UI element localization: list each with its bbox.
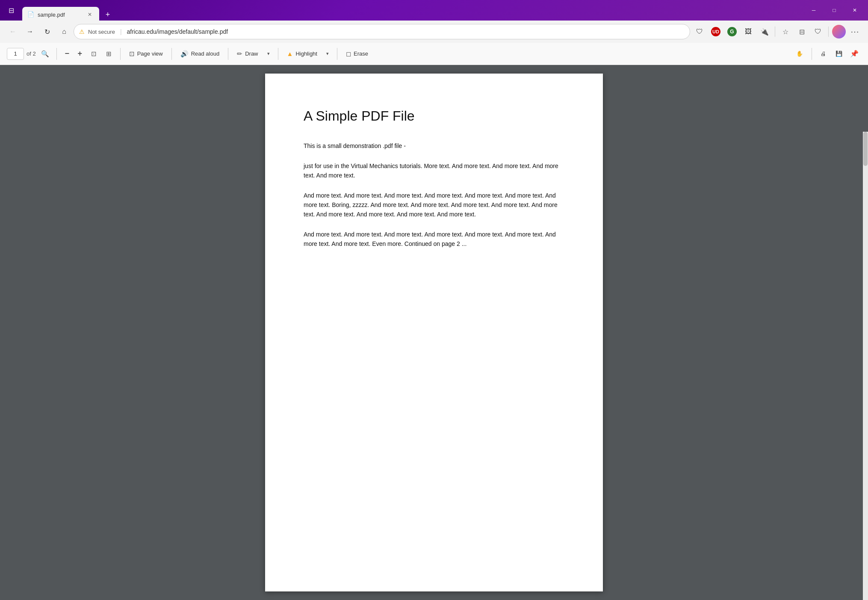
pdf-paragraph-4: And more text. And more text. And more t…	[304, 230, 564, 249]
extension-photo-button[interactable]: 🖼	[741, 24, 756, 39]
pdf-paragraph-2: just for use in the Virtual Mechanics tu…	[304, 161, 564, 180]
more-button[interactable]: ⋯	[847, 24, 863, 39]
highlight-button[interactable]: ▲ Highlight	[283, 47, 322, 61]
fit-page-button[interactable]: ⊡	[87, 47, 101, 61]
tab-favicon-icon: 📄	[27, 11, 34, 18]
collections-icon: ⊟	[799, 28, 805, 36]
erase-button[interactable]: ◻ Erase	[342, 47, 372, 61]
favorites-icon: ☆	[782, 28, 788, 36]
url-text: africau.edu/images/default/sample.pdf	[127, 28, 685, 35]
page-view-button[interactable]: ⊡ Page view	[125, 47, 167, 61]
refresh-button[interactable]: ↻	[39, 24, 55, 39]
fit-page-icon: ⊡	[91, 50, 97, 58]
toolbar-divider-6	[337, 48, 337, 60]
read-aloud-label: Read aloud	[191, 50, 220, 57]
home-button[interactable]: ⌂	[56, 24, 72, 39]
scrollbar[interactable]	[863, 132, 868, 600]
toolbar-divider-1	[56, 48, 57, 60]
address-bar[interactable]: ⚠ Not secure | africau.edu/images/defaul…	[74, 24, 690, 39]
draw-dropdown-icon: ▾	[267, 51, 270, 56]
pdf-page: A Simple PDF File This is a small demons…	[265, 74, 603, 591]
profile-button[interactable]	[831, 24, 847, 39]
extension-plugin-button[interactable]: 🔌	[757, 24, 772, 39]
fit-width-button[interactable]: ⊞	[102, 47, 116, 61]
zoom-out-button[interactable]: −	[61, 48, 73, 60]
draw-icon: ✏	[237, 50, 242, 58]
toolbar-divider-3	[171, 48, 172, 60]
back-button[interactable]: ←	[5, 24, 21, 39]
tracking-prevention-button[interactable]: 🛡	[692, 24, 707, 39]
favorites-button[interactable]: ☆	[778, 24, 793, 39]
read-aloud-icon: 🔊	[180, 50, 189, 58]
zoom-in-button[interactable]: +	[74, 48, 86, 60]
navbar: ← → ↻ ⌂ ⚠ Not secure | africau.edu/image…	[0, 21, 868, 43]
page-view-label: Page view	[137, 50, 163, 57]
touch-icon: ✋	[796, 50, 803, 57]
pdf-page-title: A Simple PDF File	[304, 108, 564, 124]
extension-photo-icon: 🖼	[745, 28, 752, 35]
save-icon: 💾	[836, 50, 842, 57]
minimize-button[interactable]: ─	[804, 3, 824, 17]
forward-button[interactable]: →	[22, 24, 38, 39]
erase-icon: ◻	[346, 50, 351, 58]
draw-button[interactable]: ✏ Draw	[233, 47, 262, 61]
pin-toolbar-button[interactable]: 📌	[847, 47, 861, 61]
extension-g-icon: G	[727, 27, 737, 36]
not-secure-label: Not secure	[88, 29, 115, 35]
pdf-paragraph-1: This is a small demonstration .pdf file …	[304, 141, 564, 151]
titlebar: ⊟ 📄 sample.pdf ✕ + ─ □ ✕	[0, 0, 868, 21]
navbar-divider-2	[828, 27, 829, 37]
toolbar-divider-7	[812, 48, 812, 60]
sidebar-toggle-button[interactable]: ⊟	[3, 3, 19, 18]
toolbar-divider-5	[278, 48, 278, 60]
tab-strip: 📄 sample.pdf ✕ +	[22, 0, 800, 21]
highlight-dropdown-icon: ▾	[326, 51, 329, 56]
read-aloud-button[interactable]: 🔊 Read aloud	[176, 47, 224, 61]
highlight-icon: ▲	[287, 50, 293, 57]
sidebar-icon: ⊟	[9, 6, 14, 15]
avatar	[832, 25, 846, 38]
tab-sample-pdf[interactable]: 📄 sample.pdf ✕	[22, 7, 99, 22]
print-icon: 🖨	[821, 50, 826, 57]
erase-label: Erase	[354, 50, 368, 57]
touch-mode-button[interactable]: ✋	[792, 47, 807, 61]
shield-icon: 🛡	[815, 28, 821, 35]
extension-plugin-icon: 🔌	[760, 28, 769, 36]
highlight-dropdown-button[interactable]: ▾	[322, 47, 333, 61]
draw-label: Draw	[245, 50, 258, 57]
more-icon: ⋯	[850, 27, 860, 37]
new-tab-button[interactable]: +	[101, 8, 115, 21]
highlight-label: Highlight	[295, 50, 317, 57]
security-warning-icon: ⚠	[79, 28, 85, 35]
maximize-button[interactable]: □	[824, 3, 844, 17]
search-button[interactable]: 🔍	[38, 47, 52, 61]
search-icon: 🔍	[41, 50, 49, 58]
navbar-divider-1	[775, 27, 775, 37]
print-button[interactable]: 🖨	[816, 47, 830, 61]
pdf-right-tools: ✋ 🖨 💾 📌	[792, 47, 861, 61]
address-separator: |	[120, 28, 122, 35]
draw-dropdown-button[interactable]: ▾	[263, 47, 274, 61]
page-number-input[interactable]	[7, 48, 24, 60]
close-button[interactable]: ✕	[845, 3, 865, 17]
toolbar-divider-2	[120, 48, 121, 60]
browser-essentials-button[interactable]: 🛡	[810, 24, 826, 39]
tracking-icon: 🛡	[696, 28, 703, 35]
extension-ud-icon: UD	[711, 27, 720, 36]
extension-g-button[interactable]: G	[724, 24, 740, 39]
fit-width-icon: ⊞	[106, 50, 112, 58]
pin-icon: 📌	[850, 50, 859, 58]
toolbar-divider-4	[228, 48, 228, 60]
scrollbar-thumb[interactable]	[863, 132, 868, 166]
tab-close-button[interactable]: ✕	[86, 10, 94, 19]
pdf-paragraph-3: And more text. And more text. And more t…	[304, 191, 564, 219]
tab-title: sample.pdf	[38, 12, 82, 18]
pdf-toolbar: of 2 🔍 − + ⊡ ⊞ ⊡ Page view 🔊 Read aloud …	[0, 43, 868, 65]
page-of-label: of 2	[27, 50, 36, 57]
page-view-icon: ⊡	[129, 50, 135, 58]
save-button[interactable]: 💾	[831, 47, 847, 61]
extension-ud-button[interactable]: UD	[708, 24, 723, 39]
pdf-content-area: A Simple PDF File This is a small demons…	[0, 65, 868, 600]
collections-button[interactable]: ⊟	[794, 24, 809, 39]
window-controls: ─ □ ✕	[804, 3, 865, 17]
